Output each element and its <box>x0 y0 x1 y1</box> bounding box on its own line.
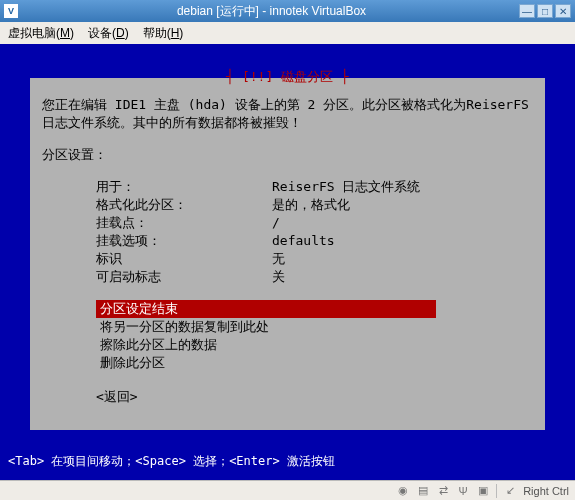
settings-value: 是的，格式化 <box>272 196 350 214</box>
settings-key: 挂载点： <box>96 214 272 232</box>
window-titlebar: V debian [运行中] - innotek VirtualBox — □ … <box>0 0 575 22</box>
network-icon[interactable]: ⇄ <box>436 484 450 498</box>
settings-list: 用于：ReiserFS 日志文件系统格式化此分区：是的，格式化挂载点：/挂载选项… <box>42 178 533 286</box>
statusbar-divider <box>496 484 497 498</box>
virtualbox-icon: V <box>4 4 18 18</box>
settings-value: / <box>272 214 280 232</box>
settings-key: 格式化此分区： <box>96 196 272 214</box>
minimize-button[interactable]: — <box>519 4 535 18</box>
action-item[interactable]: 分区设定结束 <box>96 300 436 318</box>
action-item[interactable]: 将另一分区的数据复制到此处 <box>96 318 533 336</box>
menu-devices[interactable]: 设备(D) <box>88 25 129 42</box>
cd-icon[interactable]: ◉ <box>396 484 410 498</box>
window-title: debian [运行中] - innotek VirtualBox <box>24 3 519 20</box>
settings-value: 关 <box>272 268 285 286</box>
partition-dialog: ┤ [!!] 磁盘分区 ├ 您正在编辑 IDE1 主盘 (hda) 设备上的第 … <box>30 78 545 430</box>
settings-key: 用于： <box>96 178 272 196</box>
host-key-label: Right Ctrl <box>523 485 569 497</box>
dialog-intro: 您正在编辑 IDE1 主盘 (hda) 设备上的第 2 分区。此分区被格式化为R… <box>42 96 533 132</box>
menu-vm[interactable]: 虚拟电脑(M) <box>8 25 74 42</box>
settings-row[interactable]: 标识无 <box>42 250 533 268</box>
settings-row[interactable]: 挂载选项：defaults <box>42 232 533 250</box>
menu-help[interactable]: 帮助(H) <box>143 25 184 42</box>
hdd-icon[interactable]: ▤ <box>416 484 430 498</box>
actions-list: 分区设定结束将另一分区的数据复制到此处擦除此分区上的数据删除此分区 <box>42 300 533 372</box>
settings-key: 挂载选项： <box>96 232 272 250</box>
settings-value: ReiserFS 日志文件系统 <box>272 178 420 196</box>
action-item[interactable]: 删除此分区 <box>96 354 533 372</box>
close-button[interactable]: ✕ <box>555 4 571 18</box>
settings-row[interactable]: 可启动标志关 <box>42 268 533 286</box>
maximize-button[interactable]: □ <box>537 4 553 18</box>
menubar: 虚拟电脑(M) 设备(D) 帮助(H) <box>0 22 575 44</box>
statusbar: ◉ ▤ ⇄ Ψ ▣ ↙ Right Ctrl <box>0 480 575 500</box>
keyboard-hint: <Tab> 在项目间移动；<Space> 选择；<Enter> 激活按钮 <box>8 453 335 470</box>
settings-key: 可启动标志 <box>96 268 272 286</box>
dialog-title: ┤ [!!] 磁盘分区 ├ <box>30 68 545 86</box>
mouse-integration-icon[interactable]: ↙ <box>503 484 517 498</box>
settings-key: 标识 <box>96 250 272 268</box>
shared-folder-icon[interactable]: ▣ <box>476 484 490 498</box>
settings-row[interactable]: 挂载点：/ <box>42 214 533 232</box>
settings-heading: 分区设置： <box>42 146 533 164</box>
settings-value: defaults <box>272 232 335 250</box>
action-item[interactable]: 擦除此分区上的数据 <box>96 336 533 354</box>
settings-row[interactable]: 格式化此分区：是的，格式化 <box>42 196 533 214</box>
return-button[interactable]: <返回> <box>42 388 533 406</box>
vm-framebuffer[interactable]: ┤ [!!] 磁盘分区 ├ 您正在编辑 IDE1 主盘 (hda) 设备上的第 … <box>0 44 575 480</box>
usb-icon[interactable]: Ψ <box>456 484 470 498</box>
settings-row[interactable]: 用于：ReiserFS 日志文件系统 <box>42 178 533 196</box>
settings-value: 无 <box>272 250 285 268</box>
